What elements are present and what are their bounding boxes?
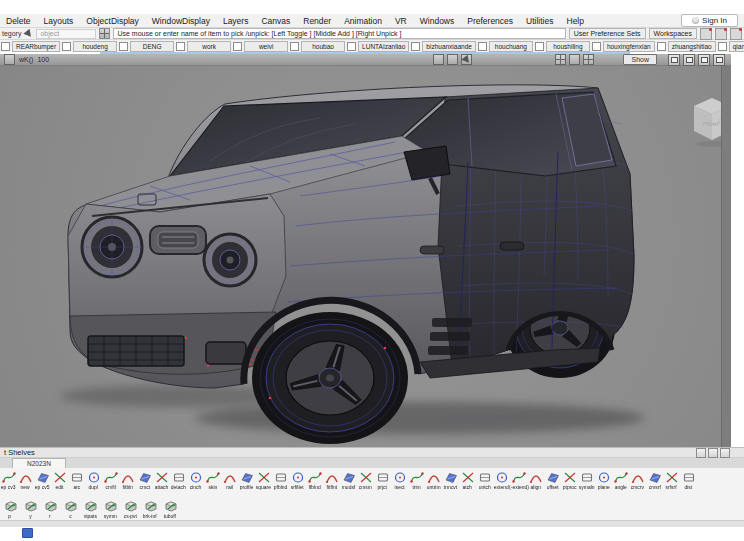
layer-button-zhuangshitiao[interactable]: zhuangshitiao — [668, 41, 716, 52]
window-restore-icon[interactable] — [698, 54, 710, 66]
grid-snap-icon[interactable] — [555, 54, 566, 65]
menu-item-vr[interactable]: VR — [395, 16, 407, 26]
viewport-menu-icon[interactable] — [4, 54, 15, 65]
perspective-viewport[interactable]: FRONT LT — [0, 66, 731, 447]
layer-button-houbao[interactable]: houbao — [301, 41, 345, 52]
sign-in-button[interactable]: Sign In — [681, 14, 738, 27]
shelf-tool-prjct[interactable]: prjct — [374, 470, 391, 490]
shelf-tool-pfblnd[interactable]: pfblnd — [272, 470, 289, 490]
menu-item-layers[interactable]: Layers — [223, 16, 249, 26]
shelf-tool-untch[interactable]: untch — [476, 470, 493, 490]
menu-item-render[interactable]: Render — [303, 16, 331, 26]
shelf-tool-untrim[interactable]: untrim — [425, 470, 442, 490]
layer-button-houshiling[interactable]: houshiling — [546, 41, 590, 52]
shelf-tool-fitflnt[interactable]: fitflnt — [323, 470, 340, 490]
shelf-tool-angle[interactable]: angle — [612, 470, 629, 490]
layer-checkbox-houshiling[interactable] — [535, 42, 544, 51]
shelf-tool-c[interactable]: c — [60, 499, 80, 519]
magnet-snap-icon[interactable] — [433, 54, 444, 65]
shelf-tool-crvcrv[interactable]: crvcrv — [629, 470, 646, 490]
shelf-tool-srfsrf[interactable]: srfsrf — [663, 470, 680, 490]
shelf-tool-skin[interactable]: skin — [204, 470, 221, 490]
shelf-tool-rail[interactable]: rail — [221, 470, 238, 490]
layer-checkbox-luntaizanliao[interactable] — [347, 42, 356, 51]
shelf-tool-modsf[interactable]: modsf — [340, 470, 357, 490]
shelves-restore-icon[interactable] — [708, 448, 718, 458]
layer-checkbox-qianbaoshang[interactable] — [718, 42, 727, 51]
show-menu-button[interactable]: Show — [623, 54, 657, 65]
menu-item-canvas[interactable]: Canvas — [261, 16, 290, 26]
pane-layout-icon[interactable] — [683, 54, 695, 66]
menu-item-windows[interactable]: Windows — [420, 16, 454, 26]
shelf-tool-offset[interactable]: offset — [544, 470, 561, 490]
menu-item-help[interactable]: Help — [567, 16, 584, 26]
command-prompt-input[interactable]: Use mouse or enter name of item to pick … — [113, 28, 565, 39]
shelf-tool-dupl[interactable]: dupl — [85, 470, 102, 490]
shelf-tool-p[interactable]: p — [0, 499, 20, 519]
marking-menu-icon[interactable] — [700, 28, 712, 40]
curve-snap-icon[interactable] — [569, 54, 580, 65]
layer-button-deng[interactable]: DENG — [130, 41, 174, 52]
workspaces-button[interactable]: Workspaces — [649, 28, 697, 39]
menu-item-delete[interactable]: Delete — [6, 16, 31, 26]
shelf-tool-isect[interactable]: isect — [391, 470, 408, 490]
shelf-tool-srfillet[interactable]: srfillet — [289, 470, 306, 490]
shelf-tool-cs-pvt[interactable]: cs-pvt — [120, 499, 140, 519]
layer-button-houchuang[interactable]: houchuang — [489, 41, 533, 52]
grid-icon[interactable] — [99, 28, 110, 39]
menu-item-animation[interactable]: Animation — [344, 16, 382, 26]
hotkeys-icon[interactable] — [715, 28, 727, 40]
shelf-tool-symm[interactable]: symm — [100, 499, 120, 519]
layer-button-bizhuanxiaande[interactable]: bizhuanxiaande — [422, 41, 476, 52]
menu-item-windowdisplay[interactable]: WindowDisplay — [152, 16, 210, 26]
viewport-scrollbar[interactable] — [721, 66, 731, 447]
layer-checkbox-weivi[interactable] — [233, 42, 242, 51]
menu-item-layouts[interactable]: Layouts — [44, 16, 74, 26]
layer-button-luntaizanliao[interactable]: LUNTAIzanliao — [358, 41, 409, 52]
shelf-tool-ep-cv3[interactable]: ep cv3 — [0, 470, 17, 490]
shelves-minimize-icon[interactable] — [696, 448, 706, 458]
shelf-tool-atch[interactable]: atch — [459, 470, 476, 490]
shelf-tool-attach[interactable]: attach — [153, 470, 170, 490]
cursor-pick-icon[interactable] — [461, 54, 472, 65]
shelf-tool-edit[interactable]: edit — [51, 470, 68, 490]
window-maximize-icon[interactable] — [713, 54, 725, 66]
shelf-tool-tuboff[interactable]: tuboff — [160, 499, 180, 519]
shelf-tool-y[interactable]: y — [20, 499, 40, 519]
control-options-icon[interactable] — [730, 28, 742, 40]
shelf-tool-cmsm[interactable]: cmsm — [357, 470, 374, 490]
shelf-tool-profile[interactable]: profile — [238, 470, 255, 490]
taskbar-app-icon[interactable] — [22, 528, 33, 538]
menu-item-preferences[interactable]: Preferences — [467, 16, 513, 26]
layer-button-rearbumper[interactable]: REARbumper — [12, 41, 60, 52]
shelf-tool-align[interactable]: align — [527, 470, 544, 490]
shelf-tool-vtpats[interactable]: vtpats — [80, 499, 100, 519]
layer-button-houdeng[interactable]: houdeng — [73, 41, 117, 52]
shelf-tool-ffblnd[interactable]: ffblnd — [306, 470, 323, 490]
shelf-tool--extend-[interactable]: (-extend) — [510, 470, 527, 490]
shelf-tool-dist[interactable]: dist — [680, 470, 697, 490]
shelves-titlebar[interactable]: t Shelves — [0, 447, 744, 458]
shelf-tab-n2023n[interactable]: N2023N — [12, 458, 66, 468]
shelf-tool-crvfil[interactable]: crvfil — [102, 470, 119, 490]
layer-checkbox-houdeng[interactable] — [62, 42, 71, 51]
shelf-tool-symaln[interactable]: symaln — [578, 470, 595, 490]
shelf-tool-cinch[interactable]: cinch — [187, 470, 204, 490]
shelf-tool-trmcvt[interactable]: trmcvt — [442, 470, 459, 490]
layer-checkbox-houxingfenxian[interactable] — [592, 42, 601, 51]
shelf-tool-new[interactable]: new — [17, 470, 34, 490]
layer-button-work[interactable]: work — [187, 41, 231, 52]
pick-arrow-icon[interactable] — [24, 29, 33, 38]
layer-button-qianbaoshang[interactable]: qianbaoshang — [729, 41, 744, 52]
layer-button-houxingfenxian[interactable]: houxingfenxian — [603, 41, 655, 52]
layer-checkbox-deng[interactable] — [119, 42, 128, 51]
layer-checkbox-houchuang[interactable] — [478, 42, 487, 51]
shelf-tool-arc[interactable]: arc — [68, 470, 85, 490]
shelf-tool-square[interactable]: square — [255, 470, 272, 490]
shelves-close-icon[interactable] — [720, 448, 730, 458]
point-snap-icon[interactable] — [583, 54, 594, 65]
shelf-tool-r[interactable]: r — [40, 499, 60, 519]
object-type-field[interactable]: object — [36, 29, 96, 39]
layer-checkbox-houbao[interactable] — [290, 42, 299, 51]
shelf-tool-fitbln[interactable]: fitbln — [119, 470, 136, 490]
